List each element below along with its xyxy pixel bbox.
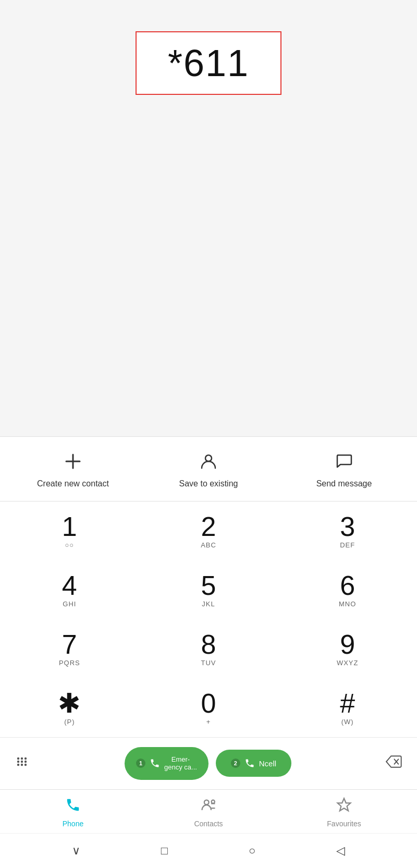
chat-icon [334,451,354,474]
svg-point-11 [24,764,27,766]
dial-key-1[interactable]: 1 ○○ [0,502,139,560]
dial-num-7: 7 [62,631,77,658]
call-buttons: 1 Emer-gency ca... 2 Ncell [125,747,291,780]
favourites-nav-icon [336,797,352,816]
dialpad: 1 ○○ 2 ABC 3 DEF 4 GHI 5 JKL 6 MNO 7 PQR… [0,502,417,737]
dial-key-star[interactable]: ✱ (P) [0,678,139,737]
dial-key-hash[interactable]: # (W) [278,678,417,737]
dial-num-8: 8 [201,631,216,658]
call-emergency-label: Emer-gency ca... [164,755,197,772]
nav-favourites[interactable]: Favourites [276,797,412,828]
dial-letters-7: PQRS [59,659,80,667]
plus-icon [63,451,83,474]
dial-letters-1: ○○ [65,541,74,549]
dots-icon[interactable] [10,749,35,777]
nav-contacts[interactable]: Contacts [141,797,276,828]
dial-letters-4: GHI [63,600,76,608]
svg-point-5 [17,764,19,766]
dialed-number: *611 [168,42,249,84]
call-ncell-button[interactable]: 2 Ncell [216,750,291,777]
dial-key-2[interactable]: 2 ABC [139,502,278,560]
dial-num-hash: # [340,690,355,717]
bottom-action-bar: 1 Emer-gency ca... 2 Ncell [0,737,417,789]
dial-letters-6: MNO [339,600,356,608]
create-new-contact-label: Create new contact [37,479,109,488]
dial-letters-hash: (W) [341,718,354,726]
dial-letters-2: ABC [201,541,216,549]
dial-num-6: 6 [340,572,355,599]
svg-point-8 [21,764,23,766]
dial-key-7[interactable]: 7 PQRS [0,619,139,678]
svg-point-9 [24,757,27,760]
dial-num-1: 1 [62,513,77,540]
nav-phone[interactable]: Phone [5,797,141,828]
call-emergency-button[interactable]: 1 Emer-gency ca... [125,747,208,780]
svg-point-2 [205,455,212,461]
nav-recents-button[interactable]: □ [156,841,173,861]
phone-nav-icon [65,797,81,816]
dial-letters-0: + [206,718,211,726]
delete-button[interactable] [381,750,407,777]
system-nav: ∨ □ ○ ◁ [0,833,417,868]
sim-1-badge: 1 [136,759,145,768]
nav-back-button[interactable]: ◁ [331,841,350,861]
dial-num-2: 2 [201,513,216,540]
nav-down-button[interactable]: ∨ [67,841,85,861]
svg-point-4 [17,761,19,763]
svg-point-14 [204,800,209,805]
svg-marker-17 [338,799,351,811]
number-display-area: *611 [0,0,417,116]
svg-point-16 [212,800,215,803]
dial-key-5[interactable]: 5 JKL [139,560,278,619]
dial-letters-5: JKL [202,600,215,608]
svg-point-10 [24,761,27,763]
number-box: *611 [136,31,281,95]
person-icon [199,451,218,474]
save-to-existing-button[interactable]: Save to existing [141,451,276,488]
svg-point-6 [21,757,23,760]
sim-2-badge: 2 [231,759,240,768]
dial-key-0[interactable]: 0 + [139,678,278,737]
dial-letters-9: WXYZ [337,659,359,667]
dial-num-0: 0 [201,690,216,717]
dial-num-5: 5 [201,572,216,599]
dial-key-4[interactable]: 4 GHI [0,560,139,619]
bottom-nav: Phone Contacts Favourites [0,789,417,833]
dial-key-8[interactable]: 8 TUV [139,619,278,678]
dial-key-3[interactable]: 3 DEF [278,502,417,560]
favourites-nav-label: Favourites [327,820,361,828]
send-message-label: Send message [316,479,372,488]
dial-letters-star: (P) [64,718,75,726]
dial-num-9: 9 [340,631,355,658]
dial-num-4: 4 [62,572,77,599]
svg-point-7 [21,761,23,763]
nav-home-button[interactable]: ○ [243,841,261,861]
dial-key-6[interactable]: 6 MNO [278,560,417,619]
dial-letters-3: DEF [340,541,355,549]
dial-num-star: ✱ [58,690,81,717]
call-ncell-label: Ncell [259,759,276,768]
send-message-button[interactable]: Send message [276,451,412,488]
contacts-nav-icon [201,797,216,816]
svg-point-3 [17,757,19,760]
phone-nav-label: Phone [63,820,83,828]
dial-num-3: 3 [340,513,355,540]
dial-key-9[interactable]: 9 WXYZ [278,619,417,678]
create-new-contact-button[interactable]: Create new contact [5,451,141,488]
save-to-existing-label: Save to existing [179,479,238,488]
dial-letters-8: TUV [201,659,216,667]
spacer [0,116,417,436]
contacts-nav-label: Contacts [194,820,223,828]
action-row: Create new contact Save to existing Send… [0,436,417,502]
